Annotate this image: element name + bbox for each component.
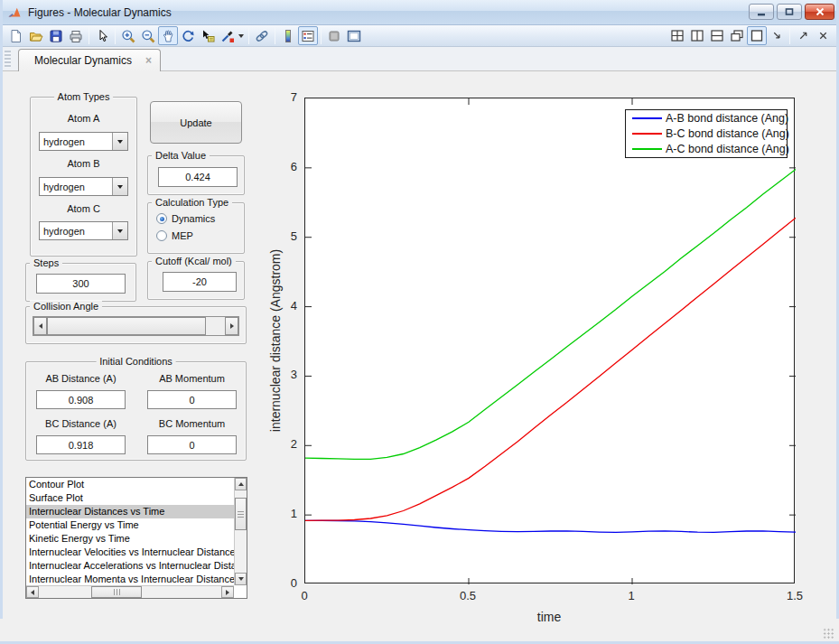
layout-float-button[interactable]	[727, 26, 747, 45]
list-item[interactable]: Surface Plot	[26, 491, 234, 505]
atom-c-dropdown-button[interactable]	[112, 222, 127, 239]
delta-value-group-title: Delta Value	[152, 150, 210, 161]
y-axis-label: internuclear distance (Angstrom)	[268, 196, 286, 485]
list-item[interactable]: Contour Plot	[26, 478, 234, 491]
dynamics-radio-row: Dynamics	[156, 213, 215, 224]
atom-a-dropdown[interactable]: hydrogen	[39, 132, 128, 151]
layout-single-button[interactable]	[747, 26, 767, 45]
arrow-left-icon	[31, 590, 34, 595]
tabbar-grip-handle[interactable]	[5, 51, 11, 68]
zoom-in-button[interactable]	[118, 26, 138, 45]
tab-molecular-dynamics[interactable]: Molecular Dynamics ×	[18, 49, 161, 71]
atom-c-dropdown[interactable]: hydrogen	[39, 221, 128, 240]
arrow-down-right-icon	[771, 30, 783, 42]
atom-c-label: Atom C	[30, 203, 137, 214]
figure-toolbar	[3, 25, 836, 47]
atom-b-value: hydrogen	[40, 182, 112, 192]
listbox-horizontal-scrollbar[interactable]	[26, 585, 234, 598]
layout-horizontal-button[interactable]	[707, 26, 727, 45]
zoom-out-button[interactable]	[138, 26, 158, 45]
horizontal-scroll-thumb[interactable]	[91, 586, 142, 598]
layout-vertical-split-icon	[690, 29, 704, 42]
close-group-button[interactable]	[813, 26, 833, 45]
link-plot-button[interactable]	[252, 26, 272, 45]
pan-button[interactable]	[158, 26, 178, 45]
list-item[interactable]: Internuclear Velocities vs Internuclear …	[26, 546, 234, 559]
x-tick-label: 1.5	[772, 589, 817, 602]
new-figure-button[interactable]	[6, 26, 26, 45]
rotate-3d-button[interactable]	[178, 26, 198, 45]
mep-radio[interactable]	[156, 230, 167, 241]
plot-type-listbox: Contour PlotSurface PlotInternuclear Dis…	[25, 477, 247, 599]
close-button[interactable]	[805, 4, 834, 20]
hide-plot-tools-button[interactable]	[324, 26, 344, 45]
dynamics-radio-label: Dynamics	[172, 213, 215, 224]
cutoff-field[interactable]	[163, 272, 237, 292]
scroll-right-button[interactable]	[221, 586, 234, 598]
ab-momentum-field[interactable]	[147, 390, 237, 409]
bc-distance-label: BC Distance (A)	[36, 418, 126, 429]
show-plot-tools-button[interactable]	[344, 26, 364, 45]
slider-thumb[interactable]	[47, 317, 206, 335]
bc-momentum-field[interactable]	[147, 435, 237, 454]
title-bar[interactable]: Figures - Molecular Dynamics	[0, 0, 839, 25]
list-item[interactable]: Kinetic Energy vs Time	[26, 532, 234, 546]
atom-b-dropdown-button[interactable]	[112, 178, 127, 195]
axes-plot-area[interactable]	[304, 98, 795, 583]
matlab-logo-icon	[7, 5, 22, 20]
brush-data-button[interactable]	[218, 26, 238, 45]
list-item[interactable]: Internuclear Accelerations vs Internucle…	[26, 559, 234, 573]
undock-button[interactable]	[793, 26, 813, 45]
open-file-button[interactable]	[26, 26, 46, 45]
scroll-left-button[interactable]	[26, 586, 39, 598]
scroll-up-button[interactable]	[235, 478, 247, 490]
ab-distance-field[interactable]	[36, 390, 126, 409]
close-x-icon	[817, 30, 829, 42]
collision-angle-slider[interactable]	[33, 316, 239, 336]
atom-b-dropdown[interactable]: hydrogen	[39, 177, 128, 196]
atom-b-label: Atom B	[30, 158, 137, 169]
legend-label: B-C bond distance (Ang)	[666, 127, 789, 140]
slider-right-arrow-button[interactable]	[225, 317, 238, 335]
list-item[interactable]: Internuclear Momenta vs Internuclear Dis…	[26, 573, 234, 585]
restore-button[interactable]	[777, 4, 802, 20]
insert-legend-button[interactable]	[298, 26, 318, 45]
legend-label: A-B bond distance (Ang)	[666, 112, 788, 125]
slider-left-arrow-button[interactable]	[33, 317, 47, 335]
vertical-scroll-thumb[interactable]	[235, 498, 247, 530]
legend-icon	[301, 29, 315, 43]
steps-field[interactable]	[36, 274, 126, 294]
list-item[interactable]: Potential Energy vs Time	[26, 518, 234, 532]
dynamics-radio[interactable]	[156, 213, 167, 224]
legend-entry: A-C bond distance (Ang)	[632, 143, 787, 155]
edit-plot-button[interactable]	[92, 26, 112, 45]
tab-close-icon[interactable]: ×	[145, 55, 152, 66]
toolbar-separator	[89, 28, 89, 44]
brush-icon	[220, 29, 235, 43]
update-button[interactable]: Update	[150, 101, 242, 144]
minimize-panel-button[interactable]	[767, 26, 787, 45]
list-item[interactable]: Internuclear Distances vs Time	[26, 505, 234, 518]
thumb-grip	[114, 589, 120, 595]
plot-legend[interactable]: A-B bond distance (Ang)B-C bond distance…	[625, 109, 788, 158]
brush-dropdown-caret-icon[interactable]	[238, 34, 244, 38]
scroll-down-button[interactable]	[235, 573, 247, 585]
print-figure-button[interactable]	[66, 26, 86, 45]
window-frame-left	[0, 0, 3, 619]
calculation-type-group-title: Calculation Type	[152, 197, 232, 208]
data-cursor-button[interactable]	[198, 26, 218, 45]
layout-vertical-button[interactable]	[687, 26, 707, 45]
listbox-vertical-scrollbar[interactable]	[234, 478, 247, 585]
atom-a-dropdown-button[interactable]	[112, 133, 127, 150]
bc-distance-field[interactable]	[36, 435, 126, 454]
insert-colorbar-button[interactable]	[278, 26, 298, 45]
layout-grid-button[interactable]	[667, 26, 687, 45]
delta-value-field[interactable]	[158, 167, 238, 187]
initial-conditions-group-title: Initial Conditions	[96, 356, 176, 367]
close-icon	[815, 6, 825, 17]
layout-float-icon	[730, 29, 744, 42]
save-figure-button[interactable]	[46, 26, 66, 45]
resize-grip[interactable]	[823, 628, 834, 639]
minimize-button[interactable]	[749, 4, 774, 20]
rotate-3d-icon	[181, 29, 195, 43]
